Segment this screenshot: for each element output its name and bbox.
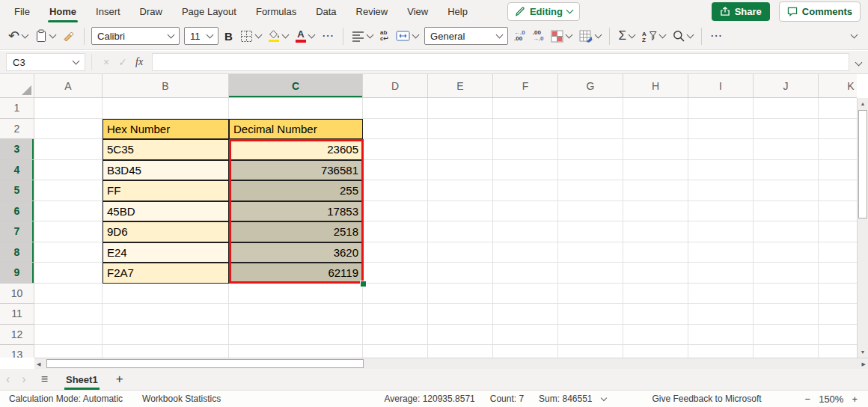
cell-F3[interactable] [493, 139, 558, 160]
cell-I3[interactable] [688, 139, 754, 160]
format-as-table-button[interactable] [575, 25, 605, 46]
cell-E13[interactable] [428, 345, 493, 358]
cell-J13[interactable] [754, 345, 819, 358]
cell-F11[interactable] [493, 304, 558, 325]
column-header-J[interactable]: J [754, 74, 819, 98]
cell-B6[interactable]: 45BD [103, 201, 229, 222]
scroll-down-icon[interactable]: ▼ [858, 349, 868, 355]
cell-F8[interactable] [493, 242, 558, 263]
align-button[interactable] [348, 25, 376, 46]
find-button[interactable] [669, 25, 697, 46]
cell-C9[interactable]: 62119 [229, 263, 363, 284]
column-header-C[interactable]: C [229, 74, 363, 98]
cell-I5[interactable] [688, 180, 754, 201]
cell-K7[interactable] [819, 221, 857, 242]
name-box[interactable]: C3 [6, 53, 85, 71]
cell-C5[interactable]: 255 [229, 180, 363, 201]
cell-B4[interactable]: B3D45 [103, 160, 229, 181]
cell-D9[interactable] [363, 263, 428, 284]
menu-tab-view[interactable]: View [397, 0, 438, 22]
cell-B13[interactable] [103, 345, 229, 358]
cell-K6[interactable] [819, 201, 857, 222]
number-format-select[interactable]: General [424, 27, 508, 45]
cell-H12[interactable] [623, 325, 688, 346]
cell-F10[interactable] [493, 284, 558, 305]
cell-G12[interactable] [558, 325, 623, 346]
cell-K3[interactable] [819, 139, 857, 160]
cell-E9[interactable] [428, 263, 493, 284]
insert-function-button[interactable]: fx [135, 56, 143, 68]
cell-J10[interactable] [754, 284, 819, 305]
cell-F7[interactable] [493, 221, 558, 242]
cell-A2[interactable] [34, 119, 103, 140]
cell-K1[interactable] [819, 98, 857, 119]
cell-I7[interactable] [688, 221, 754, 242]
cell-K13[interactable] [819, 345, 857, 358]
scroll-left-icon[interactable]: ◀ [37, 361, 40, 367]
menu-tab-insert[interactable]: Insert [86, 0, 130, 22]
cell-J3[interactable] [754, 139, 819, 160]
column-header-H[interactable]: H [623, 74, 688, 98]
cell-H13[interactable] [623, 345, 688, 358]
borders-button[interactable] [236, 25, 265, 46]
row-header-3[interactable]: 3 [0, 139, 34, 160]
cell-C6[interactable]: 17853 [229, 201, 363, 222]
cell-B1[interactable] [103, 98, 229, 119]
increase-decimal-button[interactable]: .00→.0 [529, 25, 548, 46]
enter-button[interactable]: ✓ [114, 56, 131, 68]
cell-C2[interactable]: Decimal Number [229, 119, 363, 140]
cell-B7[interactable]: 9D6 [103, 221, 229, 242]
all-sheets-button[interactable]: ≡ [32, 373, 57, 386]
cell-J11[interactable] [754, 304, 819, 325]
row-header-8[interactable]: 8 [0, 242, 34, 263]
prev-sheet-button[interactable]: ‹ [0, 373, 16, 385]
column-header-G[interactable]: G [558, 74, 623, 98]
cell-F13[interactable] [493, 345, 558, 358]
cell-A1[interactable] [34, 98, 103, 119]
autosum-button[interactable]: Σ [614, 25, 638, 46]
cell-I4[interactable] [688, 160, 754, 181]
cell-A9[interactable] [34, 263, 103, 284]
cell-C12[interactable] [229, 325, 363, 346]
cell-F9[interactable] [493, 263, 558, 284]
row-header-2[interactable]: 2 [0, 119, 34, 140]
undo-button[interactable]: ↶ [4, 25, 31, 46]
cell-A8[interactable] [34, 242, 103, 263]
cell-H9[interactable] [623, 263, 688, 284]
cell-G7[interactable] [558, 221, 623, 242]
bold-button[interactable]: B [221, 25, 236, 46]
cell-G1[interactable] [558, 98, 623, 119]
cell-F4[interactable] [493, 160, 558, 181]
cell-I13[interactable] [688, 345, 754, 358]
next-sheet-button[interactable]: › [16, 373, 31, 385]
cell-G10[interactable] [558, 284, 623, 305]
cell-C1[interactable] [229, 98, 363, 119]
more-ribbon-options-button[interactable]: ⋯ [706, 25, 727, 46]
cell-J8[interactable] [754, 242, 819, 263]
menu-tab-page-layout[interactable]: Page Layout [172, 0, 246, 22]
scroll-right-icon[interactable]: ▶ [862, 361, 866, 367]
cell-H5[interactable] [623, 180, 688, 201]
cell-A5[interactable] [34, 180, 103, 201]
row-header-4[interactable]: 4 [0, 160, 34, 181]
cell-C3[interactable]: 23605 [229, 139, 363, 160]
font-size-select[interactable]: 11 [184, 27, 218, 45]
cell-H11[interactable] [623, 304, 688, 325]
cell-C4[interactable]: 736581 [229, 160, 363, 181]
add-sheet-button[interactable]: + [107, 372, 132, 387]
cell-H10[interactable] [623, 284, 688, 305]
column-header-I[interactable]: I [688, 74, 754, 98]
cell-A4[interactable] [34, 160, 103, 181]
cell-A11[interactable] [34, 304, 103, 325]
cell-F12[interactable] [493, 325, 558, 346]
menu-tab-file[interactable]: File [4, 0, 40, 22]
cell-C13[interactable] [229, 345, 363, 358]
cell-C11[interactable] [229, 304, 363, 325]
cell-J2[interactable] [754, 119, 819, 140]
cell-B3[interactable]: 5C35 [103, 139, 229, 160]
cell-J1[interactable] [754, 98, 819, 119]
cell-G6[interactable] [558, 201, 623, 222]
cell-B11[interactable] [103, 304, 229, 325]
cell-H1[interactable] [623, 98, 688, 119]
row-header-9[interactable]: 9 [0, 263, 34, 284]
